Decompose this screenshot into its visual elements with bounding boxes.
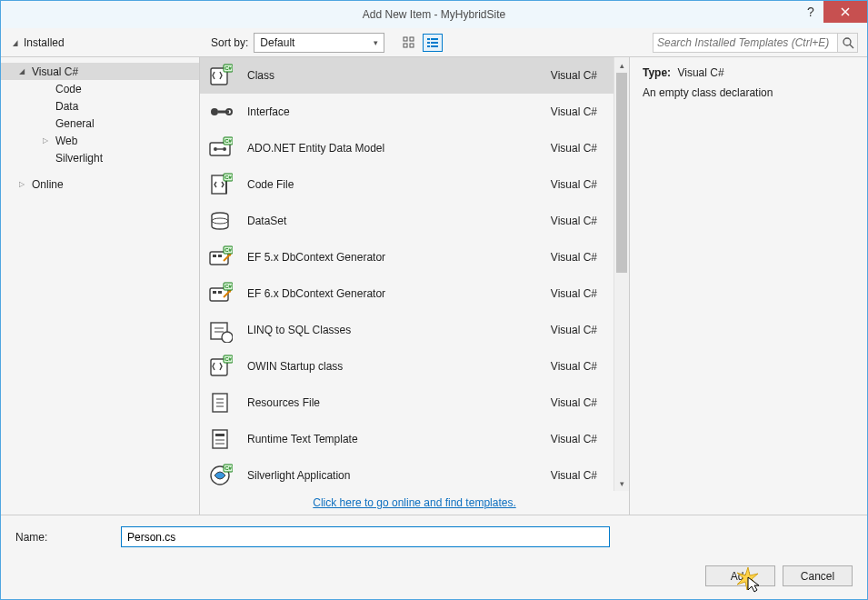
close-button[interactable] xyxy=(823,1,867,23)
template-name: Resources File xyxy=(247,396,551,409)
scroll-up-icon[interactable]: ▴ xyxy=(614,57,629,73)
tree-item-online[interactable]: ▷ Online xyxy=(1,175,199,193)
svg-rect-2 xyxy=(404,44,407,47)
template-lang: Visual C# xyxy=(551,142,604,155)
svg-rect-4 xyxy=(427,38,430,40)
silverlight-icon xyxy=(207,463,233,488)
template-row[interactable]: EF 5.x DbContext Generator Visual C# xyxy=(200,239,614,275)
tree-item-web[interactable]: ▷Web xyxy=(43,132,199,149)
template-row[interactable]: Interface Visual C# xyxy=(200,94,614,130)
online-templates-link[interactable]: Click here to go online and find templat… xyxy=(313,496,515,509)
scrollbar[interactable]: ▴ ▾ xyxy=(614,57,629,491)
template-lang: Visual C# xyxy=(551,360,604,373)
tree-item-general[interactable]: ▷General xyxy=(43,115,199,132)
chevron-right-icon: ▷ xyxy=(43,136,52,145)
template-list: Class Visual C# Interface Visual C# ADO.… xyxy=(200,57,629,491)
svg-rect-5 xyxy=(431,38,438,40)
search-input-wrap xyxy=(653,33,838,53)
installed-label: Installed xyxy=(24,36,65,49)
tree-item-data[interactable]: ▷Data xyxy=(43,97,199,115)
category-tree: ◢ Visual C# ▷Code ▷Data ▷General ▷Web ▷S… xyxy=(1,57,200,515)
template-name: Code File xyxy=(247,178,551,191)
template-name: DataSet xyxy=(247,215,551,227)
sort-by-dropdown[interactable]: Default ▾ xyxy=(254,33,384,53)
svg-rect-6 xyxy=(427,42,430,44)
template-name: LINQ to SQL Classes xyxy=(247,324,551,336)
template-row[interactable]: Runtime Text Template Visual C# xyxy=(200,421,614,457)
svg-rect-9 xyxy=(431,45,438,47)
svg-rect-8 xyxy=(427,45,430,47)
template-name: ADO.NET Entity Data Model xyxy=(247,142,551,155)
type-value: Visual C# xyxy=(677,66,723,79)
template-lang: Visual C# xyxy=(551,287,604,300)
tree-label: Online xyxy=(32,178,64,191)
dataset-icon xyxy=(207,208,233,234)
main-area: ◢ Visual C# ▷Code ▷Data ▷General ▷Web ▷S… xyxy=(1,57,867,515)
template-row[interactable]: DataSet Visual C# xyxy=(200,203,614,239)
template-name: Class xyxy=(247,69,551,82)
linq-icon xyxy=(207,317,233,343)
template-row[interactable]: LINQ to SQL Classes Visual C# xyxy=(200,312,614,348)
template-row[interactable]: Class Visual C# xyxy=(200,57,614,94)
tree-label: Code xyxy=(55,83,82,95)
close-icon xyxy=(841,7,850,16)
tree-header-installed[interactable]: ◢ Installed xyxy=(1,36,200,49)
template-name: EF 5.x DbContext Generator xyxy=(247,251,551,264)
toolbar: ◢ Installed Sort by: Default ▾ xyxy=(1,28,867,57)
template-name: Interface xyxy=(247,105,551,118)
type-label: Type: xyxy=(643,66,671,79)
tree-item-visual-csharp[interactable]: ◢ Visual C# xyxy=(1,63,199,80)
adonet-icon xyxy=(207,135,233,161)
template-row[interactable]: OWIN Startup class Visual C# xyxy=(200,348,614,385)
name-label: Name: xyxy=(15,531,121,544)
template-lang: Visual C# xyxy=(551,251,604,264)
chevron-down-icon: ▾ xyxy=(374,38,378,47)
template-name: Silverlight Application xyxy=(247,469,551,482)
search-input[interactable] xyxy=(657,36,833,49)
tree-label: Data xyxy=(55,100,78,113)
ef-icon xyxy=(207,281,233,306)
scroll-thumb[interactable] xyxy=(616,73,627,273)
tree-label: Visual C# xyxy=(32,65,78,78)
template-name: EF 6.x DbContext Generator xyxy=(247,287,551,300)
sort-by-label: Sort by: xyxy=(211,36,248,49)
template-row[interactable]: EF 6.x DbContext Generator Visual C# xyxy=(200,275,614,312)
resources-icon xyxy=(207,390,233,415)
search-icon xyxy=(842,36,854,49)
list-icon xyxy=(426,36,439,49)
svg-rect-1 xyxy=(410,37,414,41)
scroll-down-icon[interactable]: ▾ xyxy=(614,475,629,491)
template-row[interactable]: Code File Visual C# xyxy=(200,166,614,203)
svg-rect-7 xyxy=(431,42,438,44)
template-lang: Visual C# xyxy=(551,215,604,227)
template-row[interactable]: Silverlight Application Visual C# xyxy=(200,457,614,491)
tree-label: Web xyxy=(55,135,77,147)
template-icon xyxy=(207,426,233,452)
tree-item-silverlight[interactable]: ▷Silverlight xyxy=(43,149,199,166)
template-lang: Visual C# xyxy=(551,105,604,118)
cancel-button[interactable]: Cancel xyxy=(783,565,853,586)
template-row[interactable]: ADO.NET Entity Data Model Visual C# xyxy=(200,130,614,166)
class-icon xyxy=(207,63,233,88)
template-row[interactable]: Resources File Visual C# xyxy=(200,385,614,421)
view-small-icons-button[interactable] xyxy=(399,34,419,52)
search-button[interactable] xyxy=(838,33,858,53)
chevron-right-icon: ▷ xyxy=(19,180,28,188)
template-details: Type: Visual C# An empty class declarati… xyxy=(630,57,867,515)
online-link-row: Click here to go online and find templat… xyxy=(200,491,629,515)
name-input[interactable] xyxy=(121,526,610,547)
titlebar: Add New Item - MyHybridSite ? xyxy=(1,1,867,28)
add-button[interactable]: Add xyxy=(705,565,775,586)
template-lang: Visual C# xyxy=(551,69,604,82)
template-name: Runtime Text Template xyxy=(247,433,551,445)
sort-by-value: Default xyxy=(260,36,294,49)
template-lang: Visual C# xyxy=(551,469,604,482)
help-button[interactable]: ? xyxy=(798,1,823,23)
tree-item-code[interactable]: ▷Code xyxy=(43,80,199,97)
view-list-button[interactable] xyxy=(423,34,443,52)
template-lang: Visual C# xyxy=(551,178,604,191)
tree-label: General xyxy=(55,117,95,130)
template-description: An empty class declaration xyxy=(643,86,854,99)
svg-rect-3 xyxy=(410,44,414,47)
ef-icon xyxy=(207,245,233,270)
